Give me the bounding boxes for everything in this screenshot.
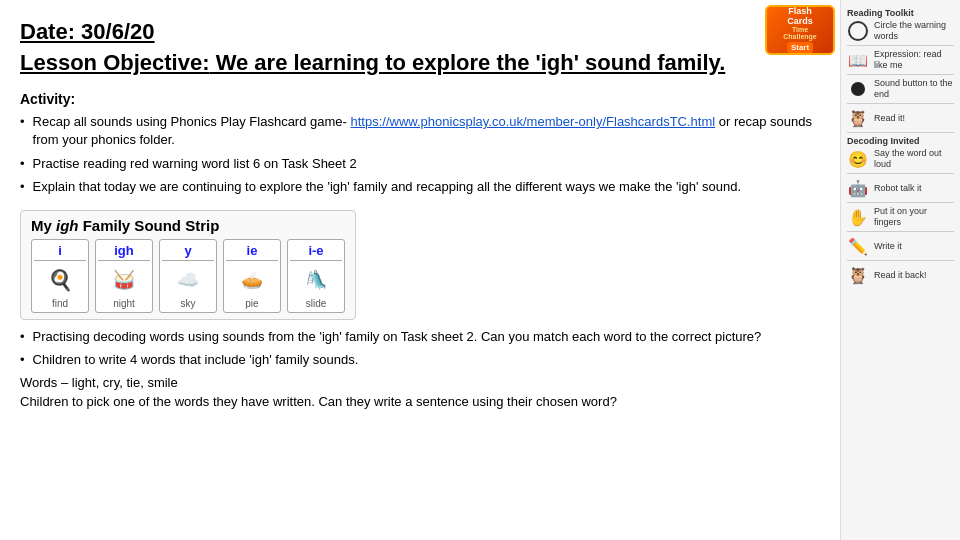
sidebar-item-fingers: ✋ Put it on your fingers [847,206,954,228]
date-line: Date: 30/6/20 [20,18,820,47]
bullet-item-4-text: Practising decoding words using sounds f… [33,328,762,346]
sidebar-reading-toolkit-title: Reading Toolkit [847,8,954,18]
pencil-icon: ✏️ [847,235,869,257]
sidebar-divider-6 [847,202,954,203]
sidebar-label-circle: Circle the warning words [874,20,954,42]
sidebar-label-say: Say the word out loud [874,148,954,170]
sound-header-y: y [162,243,214,261]
sidebar-item-circle: Circle the warning words [847,20,954,42]
sentence-line: Children to pick one of the words they h… [20,394,820,409]
start-button[interactable]: Start [787,42,813,53]
sound-header-ie2: i-e [290,243,342,261]
logo-subtitle: TimeChallenge [783,26,816,40]
bullet-item-4: Practising decoding words using sounds f… [20,328,820,346]
bullet-list-1: Recap all sounds using Phonics Play Flas… [20,113,820,196]
sidebar-item-say: 😊 Say the word out loud [847,148,954,170]
sidebar-label-read-it: Read it! [874,113,905,124]
sidebar-label-sound-button: Sound button to the end [874,78,954,100]
sound-label-i: find [34,298,86,309]
words-line: Words – light, cry, tie, smile [20,375,820,390]
objective-line: Lesson Objective: We are learning to exp… [20,49,820,78]
bullet-item-2-text: Practise reading red warning word list 6… [33,155,357,173]
sidebar-reading-toolkit-section: Reading Toolkit Circle the warning words… [847,8,954,289]
bullet-item-5-text: Children to write 4 words that include '… [33,351,359,369]
sidebar-divider-4 [847,132,954,133]
sidebar-item-expression: 📖 Expression: read like me [847,49,954,71]
dot-icon [847,78,869,100]
sidebar-label-fingers: Put it on your fingers [874,206,954,228]
expression-icon: 📖 [847,49,869,71]
sidebar-label-read-back: Read it back! [874,270,927,281]
sky-icon: ☁️ [169,264,207,296]
sound-cells: i 🍳 find igh 🥁 night y ☁️ sky ie 🥧 pie i… [31,239,345,313]
sidebar-item-robot: 🤖 Robot talk it [847,177,954,199]
phonics-link[interactable]: https://www.phonicsplay.co.uk/member-onl… [351,114,716,129]
activity-heading: Activity: [20,91,820,107]
sidebar-divider-8 [847,260,954,261]
sound-header-igh: igh [98,243,150,261]
bullet-item-1-text: Recap all sounds using Phonics Play Flas… [33,113,820,149]
robot-icon: 🤖 [847,177,869,199]
sound-label-igh: night [98,298,150,309]
sidebar-label-robot: Robot talk it [874,183,922,194]
sidebar-item-sound-button: Sound button to the end [847,78,954,100]
sound-label-ie: pie [226,298,278,309]
bullet-item-1: Recap all sounds using Phonics Play Flas… [20,113,820,149]
owl-icon: 🦉 [847,107,869,129]
flashcards-logo: FlashCards TimeChallenge Start [765,5,835,55]
sidebar-divider-2 [847,74,954,75]
right-sidebar: Reading Toolkit Circle the warning words… [840,0,960,540]
sidebar-item-read-it: 🦉 Read it! [847,107,954,129]
bullet-list-2: Practising decoding words using sounds f… [20,328,820,369]
logo-title: FlashCards [787,7,813,27]
fingers-icon: ✋ [847,206,869,228]
owl2-icon: 🦉 [847,264,869,286]
emoji-icon: 😊 [847,148,869,170]
main-content: Date: 30/6/20 Lesson Objective: We are l… [0,0,840,423]
sidebar-label-write: Write it [874,241,902,252]
sound-header-ie: ie [226,243,278,261]
sidebar-divider-5 [847,173,954,174]
bullet-item-3-text: Explain that today we are continuing to … [33,178,742,196]
bullet-item-5: Children to write 4 words that include '… [20,351,820,369]
sidebar-decoding-title: Decoding Invited [847,136,954,146]
sound-cell-y: y ☁️ sky [159,239,217,313]
sidebar-item-write: ✏️ Write it [847,235,954,257]
bullet-item-2: Practise reading red warning word list 6… [20,155,820,173]
circle-outline-icon [847,20,869,42]
sidebar-divider-1 [847,45,954,46]
sidebar-item-read-back: 🦉 Read it back! [847,264,954,286]
sound-cell-igh: igh 🥁 night [95,239,153,313]
drum-icon: 🥁 [105,264,143,296]
sound-label-y: sky [162,298,214,309]
objective-label: Lesson Objective: [20,50,210,75]
sound-label-ie2: slide [290,298,342,309]
sound-header-i: i [34,243,86,261]
sidebar-divider-3 [847,103,954,104]
sound-strip-title: My igh Family Sound Strip [31,217,345,234]
pie-icon: 🥧 [233,264,271,296]
pan-icon: 🍳 [41,264,79,296]
sound-cell-ie2: i-e 🛝 slide [287,239,345,313]
bullet-item-3: Explain that today we are continuing to … [20,178,820,196]
sidebar-label-expression: Expression: read like me [874,49,954,71]
objective-text: We are learning to explore the 'igh' sou… [210,50,726,75]
sound-strip-box: My igh Family Sound Strip i 🍳 find igh 🥁… [20,210,356,320]
sound-cell-i: i 🍳 find [31,239,89,313]
slide-icon: 🛝 [297,264,335,296]
sidebar-divider-7 [847,231,954,232]
sound-cell-ie: ie 🥧 pie [223,239,281,313]
